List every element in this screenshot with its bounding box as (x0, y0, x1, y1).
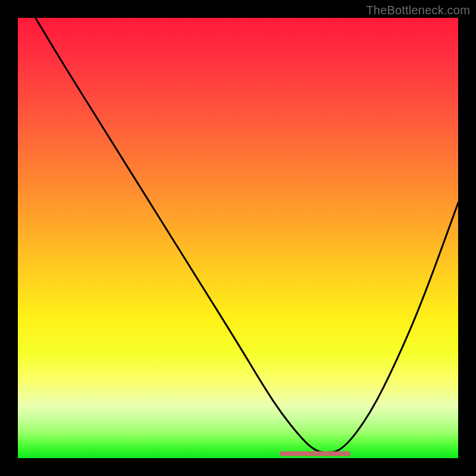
plot-svg (18, 18, 458, 458)
plot-area (18, 18, 458, 458)
bottleneck-curve (36, 18, 458, 453)
watermark-text: TheBottleneck.com (366, 4, 470, 17)
chart-frame: TheBottleneck.com (0, 0, 476, 476)
